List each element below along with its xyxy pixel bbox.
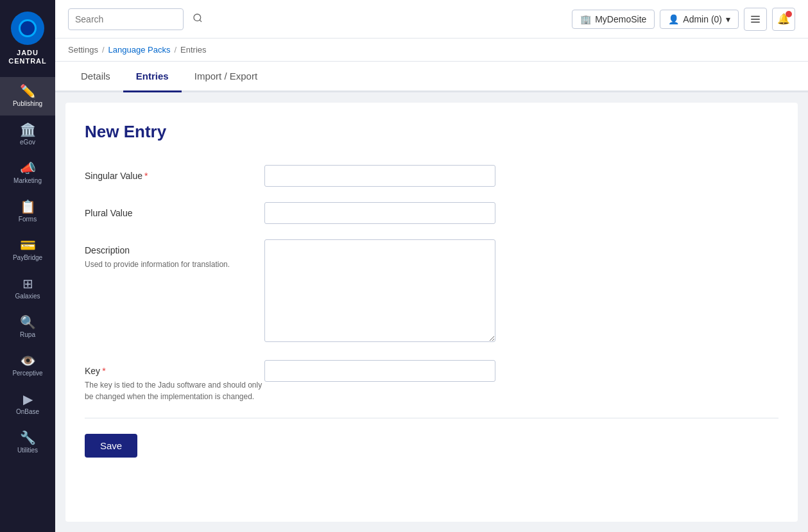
- breadcrumb: Settings / Language Packs / Entries: [68, 45, 795, 55]
- form-divider: [85, 418, 778, 418]
- notification-badge: [786, 11, 792, 17]
- main-area: 🏢 MyDemoSite 👤 Admin (0) ▾ 🔔 S: [55, 0, 808, 532]
- admin-label: Admin (0): [683, 14, 722, 24]
- tab-details[interactable]: Details: [68, 62, 123, 92]
- admin-button[interactable]: 👤 Admin (0) ▾: [660, 10, 739, 29]
- sidebar-item-perceptive[interactable]: 👁️ Perceptive: [0, 347, 55, 385]
- sidebar-label-rupa: Rupa: [20, 331, 35, 339]
- tab-entries[interactable]: Entries: [123, 62, 182, 92]
- breadcrumb-bar: Settings / Language Packs / Entries: [55, 39, 808, 62]
- tabs-bar: Details Entries Import / Export: [55, 62, 808, 92]
- singular-value-input-col: [264, 165, 778, 187]
- save-button[interactable]: Save: [85, 434, 137, 458]
- tab-import-export[interactable]: Import / Export: [182, 62, 270, 92]
- logo-text: JADU CENTRAL: [8, 49, 47, 65]
- sidebar-logo: JADU CENTRAL: [0, 0, 55, 77]
- plural-value-input[interactable]: [264, 202, 495, 224]
- sidebar-item-onbase[interactable]: ▶ OnBase: [0, 385, 55, 424]
- svg-point-0: [194, 14, 201, 21]
- perceptive-icon: 👁️: [20, 354, 36, 367]
- chevron-down-icon: ▾: [726, 14, 730, 24]
- search-icon: [193, 13, 203, 26]
- key-input-col: [264, 360, 778, 382]
- singular-value-row: Singular Value*: [85, 165, 778, 187]
- marketing-icon: 📣: [20, 162, 36, 175]
- description-label-col: Description Used to provide information …: [85, 239, 264, 270]
- sidebar-item-utilities[interactable]: 🔧 Utilities: [0, 424, 55, 462]
- forms-icon: 📋: [20, 200, 36, 213]
- content-area: Settings / Language Packs / Entries Deta…: [55, 39, 808, 532]
- key-input[interactable]: [264, 360, 495, 382]
- singular-value-input[interactable]: [264, 165, 495, 187]
- notification-button[interactable]: 🔔: [772, 8, 795, 31]
- description-textarea[interactable]: [264, 239, 495, 342]
- breadcrumb-language-packs[interactable]: Language Packs: [108, 45, 171, 55]
- egov-icon: 🏛️: [20, 123, 36, 136]
- onbase-icon: ▶: [23, 393, 33, 406]
- singular-value-label: Singular Value*: [85, 171, 148, 181]
- search-box[interactable]: [68, 8, 184, 30]
- sidebar-nav: ✏️ Publishing 🏛️ eGov 📣 Marketing 📋 Form…: [0, 77, 55, 532]
- description-sublabel: Used to provide information for translat…: [85, 259, 264, 270]
- galaxies-icon: ⊞: [22, 277, 33, 290]
- form-wrapper: New Entry Singular Value* Plural Value: [65, 103, 798, 522]
- sidebar-label-paybridge: PayBridge: [13, 254, 42, 262]
- sidebar-item-egov[interactable]: 🏛️ eGov: [0, 116, 55, 154]
- menu-icon-button[interactable]: [744, 8, 767, 31]
- sidebar-label-galaxies: Galaxies: [15, 293, 40, 300]
- sidebar-label-utilities: Utilities: [17, 447, 38, 454]
- form-title: New Entry: [85, 122, 778, 142]
- plural-value-row: Plural Value: [85, 202, 778, 224]
- breadcrumb-sep-1: /: [102, 45, 105, 55]
- paybridge-icon: 💳: [20, 239, 36, 252]
- sidebar-label-perceptive: Perceptive: [12, 370, 42, 377]
- sidebar-label-onbase: OnBase: [16, 408, 39, 416]
- key-label: Key*: [85, 366, 106, 376]
- plural-value-label-col: Plural Value: [85, 202, 264, 219]
- sidebar: JADU CENTRAL ✏️ Publishing 🏛️ eGov 📣 Mar…: [0, 0, 55, 532]
- sidebar-item-forms[interactable]: 📋 Forms: [0, 193, 55, 231]
- svg-line-1: [200, 20, 202, 22]
- key-row: Key* The key is tied to the Jadu softwar…: [85, 360, 778, 402]
- search-input[interactable]: [75, 14, 187, 24]
- breadcrumb-current: Entries: [180, 45, 206, 55]
- site-selector-button[interactable]: 🏢 MyDemoSite: [572, 10, 655, 29]
- description-label: Description: [85, 245, 130, 255]
- site-name: MyDemoSite: [595, 14, 646, 24]
- topbar-right: 🏢 MyDemoSite 👤 Admin (0) ▾ 🔔: [572, 8, 795, 31]
- description-row: Description Used to provide information …: [85, 239, 778, 345]
- sidebar-item-marketing[interactable]: 📣 Marketing: [0, 154, 55, 193]
- plural-value-input-col: [264, 202, 778, 224]
- publishing-icon: ✏️: [20, 85, 36, 98]
- sidebar-item-rupa[interactable]: 🔍 Rupa: [0, 308, 55, 347]
- sidebar-label-egov: eGov: [20, 139, 35, 146]
- utilities-icon: 🔧: [20, 431, 36, 444]
- sidebar-label-forms: Forms: [19, 216, 37, 223]
- singular-value-label-col: Singular Value*: [85, 165, 264, 182]
- user-icon: 👤: [668, 14, 679, 24]
- topbar: 🏢 MyDemoSite 👤 Admin (0) ▾ 🔔: [55, 0, 808, 39]
- sidebar-item-galaxies[interactable]: ⊞ Galaxies: [0, 270, 55, 308]
- rupa-icon: 🔍: [20, 316, 36, 329]
- key-sublabel: The key is tied to the Jadu software and…: [85, 379, 264, 402]
- building-icon: 🏢: [580, 14, 591, 24]
- sidebar-item-publishing[interactable]: ✏️ Publishing: [0, 77, 55, 116]
- sidebar-item-paybridge[interactable]: 💳 PayBridge: [0, 231, 55, 270]
- logo-icon: [11, 12, 44, 45]
- description-input-col: [264, 239, 778, 345]
- sidebar-label-publishing: Publishing: [13, 100, 42, 108]
- key-label-col: Key* The key is tied to the Jadu softwar…: [85, 360, 264, 402]
- sidebar-label-marketing: Marketing: [13, 177, 42, 185]
- breadcrumb-sep-2: /: [174, 45, 176, 55]
- plural-value-label: Plural Value: [85, 208, 132, 218]
- breadcrumb-settings: Settings: [68, 45, 98, 55]
